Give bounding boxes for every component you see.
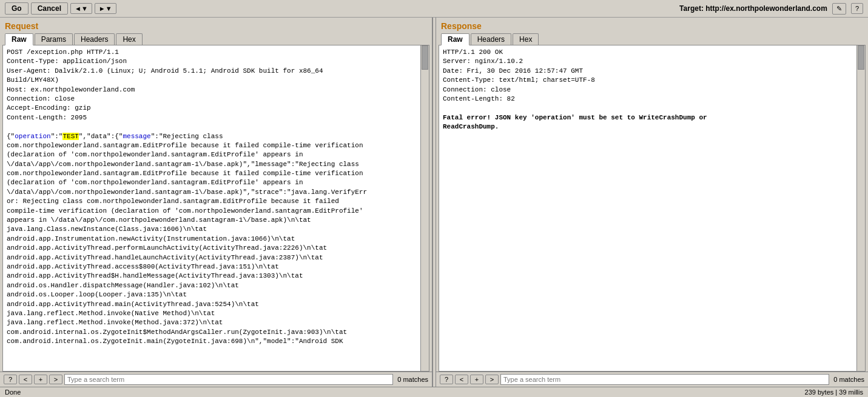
request-search-add-btn[interactable]: + xyxy=(34,375,47,384)
tab-request-raw[interactable]: Raw xyxy=(5,33,33,45)
panels: Request Raw Params Headers Hex POST /exc… xyxy=(0,18,868,387)
tab-response-raw[interactable]: Raw xyxy=(441,33,469,45)
request-text-content[interactable]: POST /exception.php HTTP/1.1 Content-Typ… xyxy=(3,45,420,371)
back-button[interactable]: ◄▼ xyxy=(70,3,92,14)
status-left: Done xyxy=(5,389,21,396)
tab-request-hex[interactable]: Hex xyxy=(116,33,142,45)
edit-target-button[interactable]: ✎ xyxy=(832,3,846,15)
tab-response-hex[interactable]: Hex xyxy=(513,33,539,45)
response-title: Response xyxy=(436,18,868,32)
response-content-area: HTTP/1.1 200 OK Server: nginx/1.10.2 Dat… xyxy=(439,45,866,372)
forward-button[interactable]: ►▼ xyxy=(95,3,116,14)
response-tabs: Raw Headers Hex xyxy=(436,32,868,45)
response-search-add-btn[interactable]: + xyxy=(470,375,483,384)
tab-response-headers[interactable]: Headers xyxy=(471,33,511,45)
request-title: Request xyxy=(0,18,432,32)
request-panel: Request Raw Params Headers Hex POST /exc… xyxy=(0,18,432,387)
request-search-forward-btn[interactable]: > xyxy=(49,375,62,384)
response-search-forward-btn[interactable]: > xyxy=(485,375,499,384)
request-content-area: POST /exception.php HTTP/1.1 Content-Typ… xyxy=(2,45,429,372)
response-scrollbar[interactable] xyxy=(856,45,865,371)
response-panel: Response Raw Headers Hex HTTP/1.1 200 OK… xyxy=(436,18,868,387)
tab-request-headers[interactable]: Headers xyxy=(74,33,115,45)
request-search-help-btn[interactable]: ? xyxy=(4,375,17,384)
request-search-input[interactable] xyxy=(64,374,393,385)
go-button[interactable]: Go xyxy=(5,2,29,15)
response-search-bar: ? < + > 0 matches xyxy=(436,372,868,387)
response-scrollbar-thumb xyxy=(858,45,864,70)
response-search-input[interactable] xyxy=(500,374,829,385)
response-search-back-btn[interactable]: < xyxy=(455,375,468,384)
request-tabs: Raw Params Headers Hex xyxy=(0,32,432,45)
status-right: 239 bytes | 39 millis xyxy=(805,389,863,396)
request-scrollbar-thumb xyxy=(422,45,428,70)
response-search-matches: 0 matches xyxy=(833,376,864,383)
request-scrollbar[interactable] xyxy=(420,45,429,371)
response-search-help-btn[interactable]: ? xyxy=(440,375,453,384)
toolbar: Go Cancel ◄▼ ►▼ Target: http://ex.northp… xyxy=(0,0,868,18)
cancel-button[interactable]: Cancel xyxy=(31,2,68,15)
response-text-content[interactable]: HTTP/1.1 200 OK Server: nginx/1.10.2 Dat… xyxy=(439,45,856,371)
status-bar: Done 239 bytes | 39 millis xyxy=(0,387,868,397)
request-search-back-btn[interactable]: < xyxy=(19,375,32,384)
request-search-matches: 0 matches xyxy=(397,376,428,383)
help-button[interactable]: ? xyxy=(851,3,863,14)
request-search-bar: ? < + > 0 matches xyxy=(0,372,432,387)
tab-request-params[interactable]: Params xyxy=(35,33,73,45)
target-label: Target: http://ex.northpolewonderland.co… xyxy=(679,4,827,13)
